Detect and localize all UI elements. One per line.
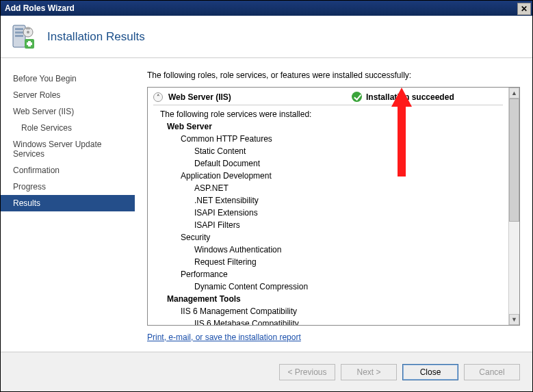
list-item: ISAPI Extensions: [160, 207, 503, 219]
list-item: Web Server: [160, 120, 503, 133]
next-button: Next >: [341, 364, 397, 380]
page-title: Installation Results: [47, 30, 145, 44]
list-item: Static Content: [160, 145, 503, 157]
sidebar-item-windows-server-update-services[interactable]: Windows Server Update Services: [1, 136, 135, 162]
svg-point-6: [27, 31, 29, 34]
wizard-window: Add Roles Wizard ✕ Installation Results …: [0, 0, 533, 392]
previous-button: < Previous: [279, 364, 335, 380]
server-roles-icon: [9, 23, 38, 51]
list-item: ASP.NET: [160, 182, 503, 194]
role-status: Installation succeeded: [352, 92, 454, 102]
sidebar-item-server-roles[interactable]: Server Roles: [1, 87, 135, 103]
role-name: Web Server (IIS): [168, 92, 231, 102]
svg-rect-5: [26, 27, 30, 29]
sidebar-item-role-services[interactable]: Role Services: [1, 120, 135, 136]
svg-rect-1: [15, 28, 23, 30]
intro-text: The following roles, role services, or f…: [147, 70, 520, 80]
list-item: IIS 6 Metabase Compatibility: [160, 317, 503, 325]
scroll-down-button[interactable]: ▼: [509, 314, 519, 325]
list-item: Management Tools: [160, 293, 503, 305]
role-status-text: Installation succeeded: [366, 92, 454, 102]
svg-rect-9: [27, 42, 32, 45]
sidebar-item-web-server-iis-[interactable]: Web Server (IIS): [1, 103, 135, 120]
success-check-icon: [352, 92, 362, 102]
wizard-header: Installation Results: [1, 16, 532, 58]
wizard-body: Before You BeginServer RolesWeb Server (…: [1, 58, 532, 352]
button-bar: < Previous Next > Close Cancel: [1, 352, 532, 391]
scrollbar[interactable]: ▲ ▼: [508, 88, 519, 325]
scroll-thumb[interactable]: [509, 99, 519, 222]
list-item: Windows Authentication: [160, 244, 503, 256]
sidebar-item-before-you-begin[interactable]: Before You Begin: [1, 70, 135, 87]
svg-rect-2: [15, 31, 23, 34]
chevron-up-icon[interactable]: ˄: [153, 92, 163, 102]
list-item: Performance: [160, 268, 503, 280]
list-item: Application Development: [160, 170, 503, 182]
main-panel: The following roles, role services, or f…: [135, 58, 532, 352]
scroll-track[interactable]: [509, 99, 519, 314]
list-item: Security: [160, 231, 503, 244]
window-close-button[interactable]: ✕: [517, 3, 531, 15]
scroll-up-button[interactable]: ▲: [509, 88, 519, 99]
results-box: ˄Web Server (IIS)Installation succeededT…: [147, 87, 520, 326]
report-link-row: Print, e-mail, or save the installation …: [147, 326, 520, 352]
titlebar: Add Roles Wizard ✕: [1, 1, 532, 16]
list-item: Request Filtering: [160, 256, 503, 268]
list-item: Default Document: [160, 157, 503, 170]
print-report-link[interactable]: Print, e-mail, or save the installation …: [147, 332, 301, 342]
sidebar-item-results[interactable]: Results: [1, 195, 135, 211]
sidebar-item-progress[interactable]: Progress: [1, 179, 135, 195]
list-item: ISAPI Filters: [160, 219, 503, 231]
svg-rect-3: [15, 35, 23, 37]
sidebar: Before You BeginServer RolesWeb Server (…: [1, 58, 135, 352]
cancel-button: Cancel: [464, 364, 520, 380]
role-services-list: Web ServerCommon HTTP FeaturesStatic Con…: [153, 120, 503, 325]
sidebar-item-confirmation[interactable]: Confirmation: [1, 162, 135, 179]
role-caption: The following role services were install…: [153, 108, 503, 120]
close-button[interactable]: Close: [402, 364, 458, 380]
list-item: Common HTTP Features: [160, 133, 503, 145]
window-title: Add Roles Wizard: [5, 3, 75, 13]
results-content: ˄Web Server (IIS)Installation succeededT…: [148, 88, 508, 325]
role-header: ˄Web Server (IIS)Installation succeeded: [153, 90, 503, 105]
list-item: .NET Extensibility: [160, 194, 503, 207]
list-item: Dynamic Content Compression: [160, 280, 503, 293]
list-item: IIS 6 Management Compatibility: [160, 305, 503, 317]
